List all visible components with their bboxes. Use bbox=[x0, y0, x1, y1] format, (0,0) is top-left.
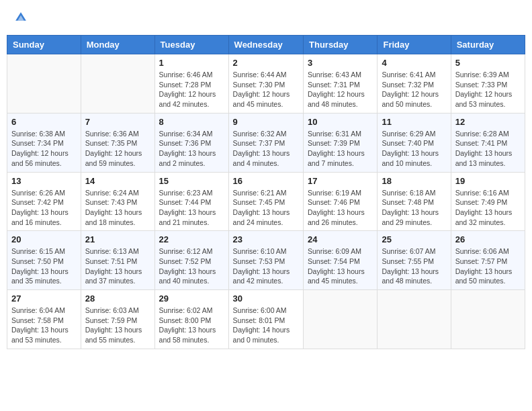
day-number: 1 bbox=[159, 58, 224, 68]
day-number: 6 bbox=[11, 117, 77, 127]
day-number: 14 bbox=[85, 176, 150, 186]
calendar-week-row: 20Sunrise: 6:15 AMSunset: 7:50 PMDayligh… bbox=[7, 231, 525, 290]
day-info: Sunrise: 6:43 AMSunset: 7:31 PMDaylight:… bbox=[308, 70, 373, 109]
day-number: 20 bbox=[11, 234, 77, 244]
day-info: Sunrise: 6:39 AMSunset: 7:33 PMDaylight:… bbox=[455, 70, 521, 109]
day-number: 4 bbox=[382, 58, 446, 68]
day-number: 10 bbox=[308, 117, 373, 127]
calendar-week-row: 27Sunrise: 6:04 AMSunset: 7:58 PMDayligh… bbox=[7, 290, 525, 349]
calendar-cell: 25Sunrise: 6:07 AMSunset: 7:55 PMDayligh… bbox=[378, 231, 451, 290]
col-header-friday: Friday bbox=[378, 36, 451, 54]
day-info: Sunrise: 6:15 AMSunset: 7:50 PMDaylight:… bbox=[11, 246, 77, 286]
col-header-saturday: Saturday bbox=[451, 36, 525, 54]
day-number: 25 bbox=[382, 234, 446, 244]
day-info: Sunrise: 6:02 AMSunset: 8:00 PMDaylight:… bbox=[159, 306, 224, 345]
calendar-cell bbox=[304, 290, 378, 349]
day-number: 22 bbox=[159, 234, 224, 244]
calendar-header-row: SundayMondayTuesdayWednesdayThursdayFrid… bbox=[7, 36, 525, 54]
calendar-cell: 12Sunrise: 6:28 AMSunset: 7:41 PMDayligh… bbox=[451, 113, 525, 172]
day-number: 29 bbox=[159, 293, 224, 304]
day-number: 9 bbox=[233, 117, 299, 127]
day-number: 15 bbox=[159, 176, 224, 186]
calendar-cell: 3Sunrise: 6:43 AMSunset: 7:31 PMDaylight… bbox=[304, 54, 378, 113]
day-info: Sunrise: 6:23 AMSunset: 7:44 PMDaylight:… bbox=[159, 188, 224, 228]
calendar-week-row: 1Sunrise: 6:46 AMSunset: 7:28 PMDaylight… bbox=[7, 54, 525, 113]
calendar-cell: 11Sunrise: 6:29 AMSunset: 7:40 PMDayligh… bbox=[378, 113, 451, 172]
calendar-cell bbox=[7, 54, 81, 113]
day-info: Sunrise: 6:41 AMSunset: 7:32 PMDaylight:… bbox=[382, 70, 446, 109]
calendar-cell: 30Sunrise: 6:00 AMSunset: 8:01 PMDayligh… bbox=[228, 290, 303, 349]
day-number: 11 bbox=[382, 117, 446, 127]
day-number: 18 bbox=[382, 176, 446, 186]
calendar-cell: 27Sunrise: 6:04 AMSunset: 7:58 PMDayligh… bbox=[7, 290, 81, 349]
calendar-cell: 9Sunrise: 6:32 AMSunset: 7:37 PMDaylight… bbox=[228, 113, 303, 172]
calendar-cell: 15Sunrise: 6:23 AMSunset: 7:44 PMDayligh… bbox=[154, 172, 228, 231]
day-info: Sunrise: 6:18 AMSunset: 7:48 PMDaylight:… bbox=[382, 188, 446, 228]
logo bbox=[13, 10, 31, 25]
day-number: 12 bbox=[455, 117, 521, 127]
page-header bbox=[7, 7, 525, 28]
day-info: Sunrise: 6:16 AMSunset: 7:49 PMDaylight:… bbox=[455, 188, 521, 228]
day-info: Sunrise: 6:44 AMSunset: 7:30 PMDaylight:… bbox=[233, 70, 299, 109]
day-info: Sunrise: 6:29 AMSunset: 7:40 PMDaylight:… bbox=[382, 129, 446, 169]
day-info: Sunrise: 6:07 AMSunset: 7:55 PMDaylight:… bbox=[382, 246, 446, 286]
day-info: Sunrise: 6:24 AMSunset: 7:43 PMDaylight:… bbox=[85, 188, 150, 228]
day-info: Sunrise: 6:36 AMSunset: 7:35 PMDaylight:… bbox=[85, 129, 150, 169]
col-header-tuesday: Tuesday bbox=[154, 36, 228, 54]
day-info: Sunrise: 6:00 AMSunset: 8:01 PMDaylight:… bbox=[233, 306, 299, 345]
day-number: 3 bbox=[308, 58, 373, 68]
day-number: 24 bbox=[308, 234, 373, 244]
calendar-table: SundayMondayTuesdayWednesdayThursdayFrid… bbox=[7, 35, 525, 349]
day-number: 28 bbox=[85, 293, 150, 304]
day-info: Sunrise: 6:09 AMSunset: 7:54 PMDaylight:… bbox=[308, 246, 373, 286]
calendar-cell: 17Sunrise: 6:19 AMSunset: 7:46 PMDayligh… bbox=[304, 172, 378, 231]
calendar-week-row: 13Sunrise: 6:26 AMSunset: 7:42 PMDayligh… bbox=[7, 172, 525, 231]
day-info: Sunrise: 6:46 AMSunset: 7:28 PMDaylight:… bbox=[159, 70, 224, 109]
day-number: 13 bbox=[11, 176, 77, 186]
day-number: 30 bbox=[233, 293, 299, 304]
col-header-wednesday: Wednesday bbox=[228, 36, 303, 54]
calendar-cell: 2Sunrise: 6:44 AMSunset: 7:30 PMDaylight… bbox=[228, 54, 303, 113]
calendar-cell: 16Sunrise: 6:21 AMSunset: 7:45 PMDayligh… bbox=[228, 172, 303, 231]
logo-icon bbox=[13, 10, 28, 25]
calendar-cell: 8Sunrise: 6:34 AMSunset: 7:36 PMDaylight… bbox=[154, 113, 228, 172]
calendar-cell: 5Sunrise: 6:39 AMSunset: 7:33 PMDaylight… bbox=[451, 54, 525, 113]
day-number: 5 bbox=[455, 58, 521, 68]
calendar-cell: 4Sunrise: 6:41 AMSunset: 7:32 PMDaylight… bbox=[378, 54, 451, 113]
day-number: 8 bbox=[159, 117, 224, 127]
day-info: Sunrise: 6:31 AMSunset: 7:39 PMDaylight:… bbox=[308, 129, 373, 169]
col-header-sunday: Sunday bbox=[7, 36, 81, 54]
calendar-cell: 20Sunrise: 6:15 AMSunset: 7:50 PMDayligh… bbox=[7, 231, 81, 290]
col-header-thursday: Thursday bbox=[304, 36, 378, 54]
calendar-cell bbox=[378, 290, 451, 349]
calendar-cell: 23Sunrise: 6:10 AMSunset: 7:53 PMDayligh… bbox=[228, 231, 303, 290]
day-info: Sunrise: 6:03 AMSunset: 7:59 PMDaylight:… bbox=[85, 306, 150, 345]
calendar-cell: 28Sunrise: 6:03 AMSunset: 7:59 PMDayligh… bbox=[81, 290, 154, 349]
day-info: Sunrise: 6:13 AMSunset: 7:51 PMDaylight:… bbox=[85, 246, 150, 286]
day-info: Sunrise: 6:32 AMSunset: 7:37 PMDaylight:… bbox=[233, 129, 299, 169]
calendar-cell: 18Sunrise: 6:18 AMSunset: 7:48 PMDayligh… bbox=[378, 172, 451, 231]
col-header-monday: Monday bbox=[81, 36, 154, 54]
day-info: Sunrise: 6:12 AMSunset: 7:52 PMDaylight:… bbox=[159, 246, 224, 286]
day-number: 26 bbox=[455, 234, 521, 244]
day-info: Sunrise: 6:19 AMSunset: 7:46 PMDaylight:… bbox=[308, 188, 373, 228]
calendar-cell: 22Sunrise: 6:12 AMSunset: 7:52 PMDayligh… bbox=[154, 231, 228, 290]
day-number: 27 bbox=[11, 293, 77, 304]
day-number: 7 bbox=[85, 117, 150, 127]
calendar-cell: 26Sunrise: 6:06 AMSunset: 7:57 PMDayligh… bbox=[451, 231, 525, 290]
day-number: 16 bbox=[233, 176, 299, 186]
calendar-cell: 21Sunrise: 6:13 AMSunset: 7:51 PMDayligh… bbox=[81, 231, 154, 290]
day-number: 23 bbox=[233, 234, 299, 244]
calendar-week-row: 6Sunrise: 6:38 AMSunset: 7:34 PMDaylight… bbox=[7, 113, 525, 172]
day-info: Sunrise: 6:28 AMSunset: 7:41 PMDaylight:… bbox=[455, 129, 521, 169]
day-info: Sunrise: 6:06 AMSunset: 7:57 PMDaylight:… bbox=[455, 246, 521, 286]
day-number: 2 bbox=[233, 58, 299, 68]
calendar-cell: 1Sunrise: 6:46 AMSunset: 7:28 PMDaylight… bbox=[154, 54, 228, 113]
calendar-cell: 14Sunrise: 6:24 AMSunset: 7:43 PMDayligh… bbox=[81, 172, 154, 231]
calendar-cell: 13Sunrise: 6:26 AMSunset: 7:42 PMDayligh… bbox=[7, 172, 81, 231]
day-number: 21 bbox=[85, 234, 150, 244]
calendar-cell: 6Sunrise: 6:38 AMSunset: 7:34 PMDaylight… bbox=[7, 113, 81, 172]
day-info: Sunrise: 6:34 AMSunset: 7:36 PMDaylight:… bbox=[159, 129, 224, 169]
calendar-cell: 24Sunrise: 6:09 AMSunset: 7:54 PMDayligh… bbox=[304, 231, 378, 290]
day-info: Sunrise: 6:10 AMSunset: 7:53 PMDaylight:… bbox=[233, 246, 299, 286]
